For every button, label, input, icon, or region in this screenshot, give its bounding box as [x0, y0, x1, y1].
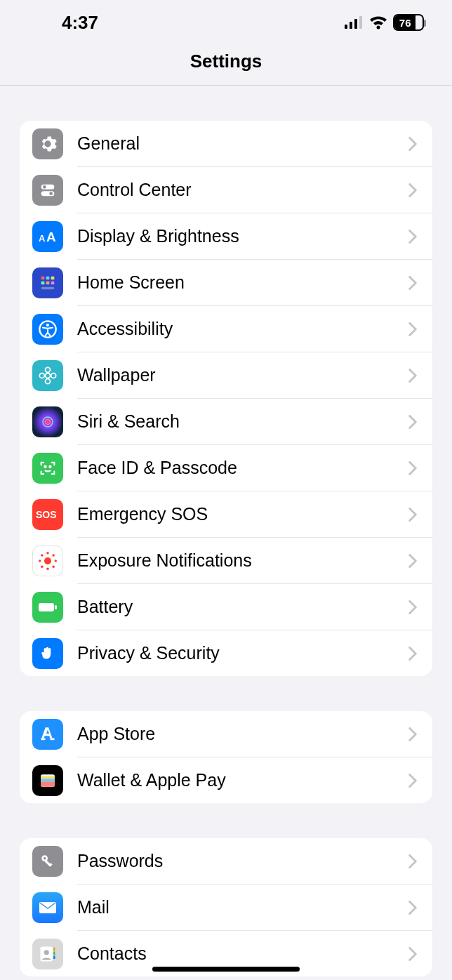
battery-full-icon — [32, 592, 63, 623]
settings-row-accessibility[interactable]: Accessibility — [20, 306, 432, 352]
settings-row-face-id-passcode[interactable]: Face ID & Passcode — [20, 445, 432, 491]
settings-group-1: General Control Center AA Display & Brig… — [20, 121, 432, 676]
svg-point-4 — [377, 26, 380, 29]
svg-point-34 — [55, 559, 58, 562]
settings-row-home-screen[interactable]: Home Screen — [20, 260, 432, 305]
chevron-right-icon — [403, 183, 432, 197]
settings-row-siri-search[interactable]: Siri & Search — [20, 399, 432, 444]
svg-text:A: A — [39, 233, 46, 244]
sos-icon: SOS — [32, 499, 63, 530]
wifi-icon — [369, 15, 387, 29]
settings-row-label: General — [77, 133, 403, 154]
svg-point-28 — [49, 465, 51, 467]
settings-row-general[interactable]: General — [20, 121, 432, 166]
chevron-right-icon — [403, 137, 432, 151]
svg-text:SOS: SOS — [36, 509, 57, 520]
svg-point-19 — [46, 324, 49, 326]
svg-rect-44 — [41, 776, 55, 779]
hand-icon — [32, 638, 63, 669]
mail-icon — [32, 892, 63, 923]
svg-rect-16 — [51, 281, 55, 284]
siri-icon — [32, 406, 63, 437]
status-bar: 4:37 76 — [0, 0, 452, 45]
svg-rect-1 — [350, 22, 352, 29]
svg-rect-42 — [50, 738, 55, 740]
settings-row-label: Battery — [77, 597, 403, 617]
chevron-right-icon — [403, 554, 432, 568]
svg-point-38 — [52, 565, 55, 568]
svg-rect-15 — [46, 281, 50, 284]
nav-separator — [0, 85, 452, 86]
svg-rect-13 — [51, 276, 55, 279]
settings-row-passwords[interactable]: Passwords — [20, 838, 432, 884]
svg-rect-54 — [53, 951, 55, 955]
chevron-right-icon — [403, 415, 432, 429]
settings-row-label: Control Center — [77, 180, 403, 200]
status-indicators: 76 — [345, 14, 424, 31]
settings-row-control-center[interactable]: Control Center — [20, 167, 432, 213]
svg-rect-14 — [41, 281, 45, 284]
chevron-right-icon — [403, 461, 432, 475]
svg-rect-55 — [53, 955, 55, 959]
chevron-right-icon — [403, 901, 432, 915]
settings-row-label: Emergency SOS — [77, 504, 403, 524]
settings-row-label: Mail — [77, 897, 403, 918]
svg-point-35 — [41, 554, 44, 557]
chevron-right-icon — [403, 947, 432, 961]
settings-row-wallpaper[interactable]: Wallpaper — [20, 352, 432, 398]
key-icon — [32, 846, 63, 877]
chevron-right-icon — [403, 774, 432, 788]
svg-rect-41 — [41, 738, 46, 740]
svg-point-30 — [44, 557, 51, 564]
settings-row-label: Privacy & Security — [77, 643, 403, 663]
svg-rect-3 — [359, 16, 362, 29]
svg-rect-39 — [39, 603, 54, 611]
svg-rect-17 — [41, 286, 55, 289]
settings-row-exposure-notifications[interactable]: Exposure Notifications — [20, 538, 432, 583]
svg-point-32 — [46, 567, 49, 570]
svg-point-22 — [46, 378, 51, 383]
wallet-icon — [32, 765, 63, 796]
svg-point-36 — [52, 554, 55, 557]
flower-icon — [32, 360, 63, 391]
nav-bar: Settings — [0, 45, 452, 85]
contacts-icon — [32, 939, 63, 969]
face-id-icon — [32, 453, 63, 484]
svg-text:A: A — [46, 230, 56, 244]
settings-row-privacy-security[interactable]: Privacy & Security — [20, 630, 432, 676]
chevron-right-icon — [403, 369, 432, 383]
settings-row-wallet-apple-pay[interactable]: Wallet & Apple Pay — [20, 757, 432, 803]
svg-point-37 — [41, 565, 44, 568]
chevron-right-icon — [403, 322, 432, 336]
svg-point-27 — [44, 465, 46, 467]
settings-row-display-brightness[interactable]: AA Display & Brightness — [20, 213, 432, 259]
settings-row-label: Wallpaper — [77, 365, 403, 385]
settings-row-label: Home Screen — [77, 272, 403, 293]
settings-row-battery[interactable]: Battery — [20, 584, 432, 630]
accessibility-icon — [32, 314, 63, 345]
svg-rect-2 — [354, 19, 357, 29]
cellular-icon — [345, 16, 364, 29]
page-title: Settings — [0, 51, 452, 72]
text-size-icon: AA — [32, 221, 63, 252]
settings-row-emergency-sos[interactable]: SOS Emergency SOS — [20, 491, 432, 537]
exposure-icon — [32, 545, 63, 576]
app-store-icon — [32, 719, 63, 750]
chevron-right-icon — [403, 276, 432, 290]
svg-rect-45 — [41, 779, 55, 781]
settings-row-label: Passwords — [77, 851, 403, 871]
svg-point-52 — [44, 950, 49, 955]
chevron-right-icon — [403, 854, 432, 868]
svg-point-24 — [51, 373, 56, 378]
settings-row-mail[interactable]: Mail — [20, 885, 432, 930]
chevron-right-icon — [403, 600, 432, 614]
settings-row-app-store[interactable]: App Store — [20, 711, 432, 757]
svg-rect-12 — [46, 276, 50, 279]
settings-row-label: Face ID & Passcode — [77, 458, 403, 478]
chevron-right-icon — [403, 647, 432, 661]
settings-group-3: Passwords Mail Contacts — [20, 838, 432, 976]
settings-row-label: Wallet & Apple Pay — [77, 770, 403, 790]
svg-rect-40 — [55, 605, 57, 609]
battery-icon: 76 — [393, 14, 424, 31]
home-indicator[interactable] — [152, 967, 300, 972]
